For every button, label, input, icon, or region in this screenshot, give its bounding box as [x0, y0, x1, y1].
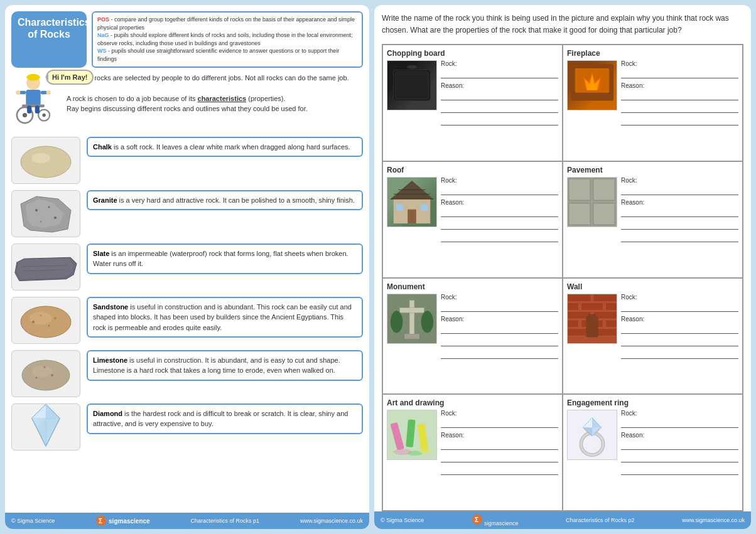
wall-reason-line1[interactable]: [621, 325, 738, 334]
roof-reason-label: Reason:: [441, 199, 558, 206]
svg-rect-57: [408, 210, 416, 223]
wall-rock-line[interactable]: [621, 303, 738, 312]
ring-svg: [568, 410, 617, 460]
pavement-reason-line2[interactable]: [621, 221, 738, 230]
sandstone-name: Sandstone: [93, 303, 128, 311]
pavement-reason-line3[interactable]: [621, 233, 738, 242]
svg-point-15: [31, 153, 50, 163]
left-footer-copyright: © Sigma Science: [11, 518, 55, 524]
intro-text: Different rocks are selected by people t…: [67, 73, 363, 114]
limestone-image: [11, 350, 80, 397]
diamond-desc: is the hardest rock and is difficult to …: [93, 410, 348, 428]
chopping-reason-line3[interactable]: [441, 117, 558, 125]
chopping-fields: Rock: Reason:: [441, 60, 558, 127]
sigma-icon-right: Σ: [472, 514, 483, 525]
cell-title-fireplace: Fireplace: [567, 49, 738, 58]
cell-pavement: Pavement Rock: Reason:: [563, 161, 743, 278]
svg-marker-23: [17, 258, 73, 278]
slate-desc-box: Slate is an impermeable (waterproof) roc…: [87, 243, 363, 274]
fireplace-reason-line1[interactable]: [621, 92, 738, 100]
monument-reason-label: Reason:: [441, 316, 558, 323]
svg-point-69: [391, 311, 403, 333]
fireplace-reason-line2[interactable]: [621, 104, 738, 113]
right-instruction: Write the name of the rock you think is …: [382, 13, 743, 36]
cell-monument: Monument Rock:: [382, 278, 563, 395]
svg-text:Σ: Σ: [475, 516, 478, 523]
pos-label: POS: [97, 16, 109, 23]
wall-reason-line3[interactable]: [621, 350, 738, 359]
sandstone-svg: [14, 298, 77, 342]
chopping-rock-line[interactable]: [441, 70, 558, 78]
chopping-reason-line2[interactable]: [441, 104, 558, 113]
slate-name: Slate: [93, 250, 109, 257]
art-reason-line3[interactable]: [441, 466, 558, 475]
wall-reason-line2[interactable]: [621, 338, 738, 346]
rock-row-limestone: Limestone is useful in construction. It …: [11, 350, 363, 397]
slate-svg: [12, 245, 80, 289]
art-rock-label: Rock:: [441, 410, 558, 417]
svg-point-10: [23, 112, 27, 117]
diamond-svg: [14, 403, 77, 451]
svg-rect-2: [26, 90, 40, 105]
svg-point-29: [48, 325, 50, 327]
left-header: Characteristics of Rocks POS - compare a…: [11, 11, 363, 68]
left-page: Characteristics of Rocks POS - compare a…: [5, 5, 369, 529]
right-footer: © Sigma Science Σ sigmascience Character…: [374, 511, 751, 529]
ring-reason-line2[interactable]: [621, 454, 738, 462]
ring-rock-line[interactable]: [621, 419, 738, 428]
svg-point-18: [35, 209, 38, 211]
svg-rect-68: [404, 334, 419, 339]
ws-label: WS: [97, 48, 107, 54]
roof-rock-line[interactable]: [441, 186, 558, 195]
chopping-reason-label: Reason:: [441, 82, 558, 89]
fireplace-rock-line[interactable]: [621, 70, 738, 78]
slate-desc: is an impermeable (waterproof) rock that…: [93, 250, 348, 268]
svg-point-35: [51, 374, 53, 376]
sigma-text-right: sigmascience: [484, 520, 519, 526]
sandstone-desc-box: Sandstone is useful in construction and …: [87, 297, 363, 338]
svg-point-85: [586, 314, 598, 324]
limestone-desc: is useful in construction. It is abundan…: [93, 356, 340, 375]
fireplace-reason-line3[interactable]: [621, 117, 738, 125]
monument-rock-label: Rock:: [441, 294, 558, 301]
cell-roof: Roof: [382, 161, 563, 278]
right-footer-page: Characteristics of Rocks p2: [566, 517, 635, 523]
art-rock-line[interactable]: [441, 419, 558, 428]
intro-line2: A rock is chosen to do a job because of …: [67, 95, 286, 102]
roof-reason-line2[interactable]: [441, 221, 558, 230]
art-reason-line1[interactable]: [441, 441, 558, 450]
limestone-name: Limestone: [93, 356, 127, 364]
monument-reason-line2[interactable]: [441, 338, 558, 346]
cell-title-ring: Engagement ring: [567, 398, 738, 407]
diamond-desc-box: Diamond is the hardest rock and is diffi…: [87, 403, 363, 434]
svg-point-30: [54, 317, 57, 319]
roof-reason-line1[interactable]: [441, 208, 558, 217]
intro-line1: Different rocks are selected by people t…: [67, 74, 349, 82]
granite-name: Granite: [93, 196, 117, 204]
wall-reason-label: Reason:: [621, 316, 738, 323]
ring-reason-line1[interactable]: [621, 441, 738, 450]
svg-point-6: [46, 90, 51, 94]
pavement-reason-line1[interactable]: [621, 208, 738, 217]
chopping-reason-line1[interactable]: [441, 92, 558, 100]
monument-reason-line1[interactable]: [441, 325, 558, 334]
svg-rect-62: [593, 179, 615, 200]
svg-rect-76: [605, 302, 617, 310]
nag-text: - pupils should explore different kinds …: [97, 32, 353, 46]
fireplace-reason-label: Reason:: [621, 82, 738, 89]
pavement-rock-line[interactable]: [621, 186, 738, 195]
ring-reason-line3[interactable]: [621, 466, 738, 475]
cell-title-art: Art and drawing: [387, 398, 558, 407]
art-reason-line2[interactable]: [441, 454, 558, 462]
left-footer-page: Characteristics of Rocks p1: [191, 518, 260, 524]
roof-reason-line3[interactable]: [441, 233, 558, 242]
svg-point-21: [40, 221, 42, 223]
rock-row-chalk: Chalk is a soft rock. It leaves a clear …: [11, 137, 363, 184]
pavement-fields: Rock: Reason:: [621, 177, 738, 243]
sigma-logo-right: Σ sigmascience: [472, 514, 519, 526]
monument-reason-line3[interactable]: [441, 350, 558, 359]
monument-rock-line[interactable]: [441, 303, 558, 312]
intro-line3: Ray begins discussing different rocks an…: [67, 105, 308, 112]
svg-rect-81: [605, 320, 617, 328]
monument-svg: [387, 294, 436, 344]
